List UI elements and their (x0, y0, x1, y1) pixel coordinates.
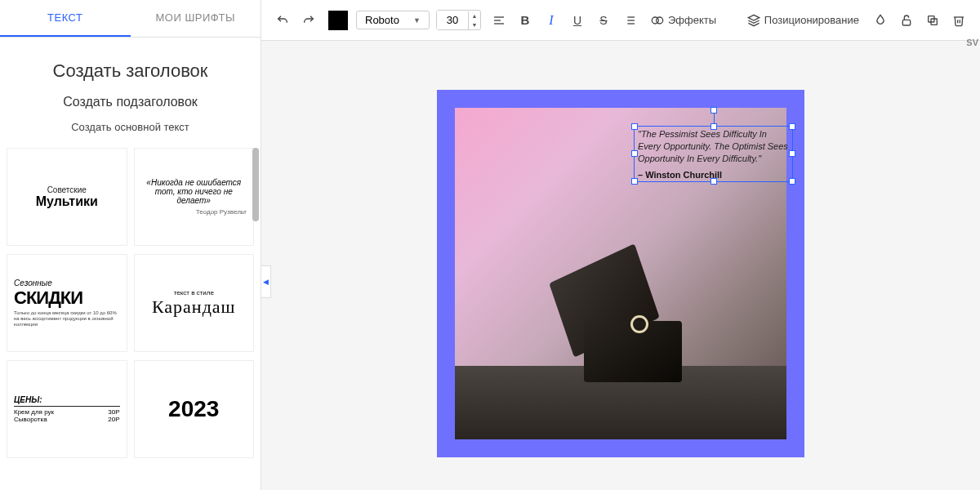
create-heading-button[interactable]: Создать заголовок (8, 60, 252, 82)
toolbar: Roboto ▼ ▲ ▼ B I U S Эффекты (261, 0, 980, 41)
strikethrough-button[interactable]: S (592, 9, 615, 32)
templates-list[interactable]: Советские Мультики «Никогда не ошибается… (0, 148, 261, 490)
font-size-down[interactable]: ▼ (469, 20, 480, 29)
template-text: Мультики (14, 194, 120, 209)
artboard[interactable]: "The Pessimist Sees Difficulty In Every … (437, 90, 804, 457)
underline-button[interactable]: U (566, 9, 589, 32)
template-text: Сезонные (14, 278, 120, 287)
template-card[interactable]: 2023 (134, 360, 255, 458)
svg-marker-11 (748, 15, 759, 20)
create-subheading-button[interactable]: Создать подзаголовок (8, 95, 252, 109)
font-family-value: Roboto (365, 14, 399, 26)
layers-icon (747, 14, 760, 27)
template-text: 20Р (108, 416, 119, 423)
template-text: текст в стиле (141, 289, 247, 296)
template-text: Теодор Рузвельт (141, 208, 247, 216)
resize-handle-ml[interactable] (631, 150, 638, 157)
align-button[interactable] (488, 9, 510, 32)
template-text: ЦЕНЫ: (14, 395, 120, 407)
template-text: Сыворотка (14, 416, 47, 423)
text-create-options: Создать заголовок Создать подзаголовок С… (0, 38, 261, 148)
list-button[interactable] (618, 9, 641, 32)
right-cropped-label: SV (964, 33, 980, 52)
template-text: Крем для рук (14, 408, 54, 416)
tab-my-fonts[interactable]: МОИ ШРИФТЫ (131, 0, 261, 37)
image-ring-box (555, 284, 686, 390)
template-text: «Никогда не ошибается тот, кто ничего не… (141, 178, 247, 205)
resize-handle-bl[interactable] (631, 178, 638, 185)
resize-handle-br[interactable] (789, 178, 795, 185)
resize-handle-bm[interactable] (710, 178, 717, 185)
chevron-down-icon: ▼ (413, 16, 421, 24)
template-text: 2023 (141, 396, 247, 422)
sidebar-tabs: ТЕКСТ МОИ ШРИФТЫ (0, 0, 261, 38)
font-size-control: ▲ ▼ (436, 10, 481, 30)
template-card[interactable]: текст в стиле Карандаш (134, 254, 255, 352)
template-text: Карандаш (141, 296, 247, 318)
positioning-label: Позиционирование (764, 14, 859, 26)
rotation-line (714, 112, 715, 123)
duplicate-button[interactable] (921, 9, 944, 32)
sidebar: ТЕКСТ МОИ ШРИФТЫ Создать заголовок Созда… (0, 0, 261, 490)
main-area: Roboto ▼ ▲ ▼ B I U S Эффекты (261, 0, 980, 490)
template-text: 30Р (108, 408, 119, 416)
lock-button[interactable] (895, 9, 918, 32)
scrollbar-thumb[interactable] (252, 148, 259, 221)
resize-handle-tl[interactable] (631, 123, 638, 130)
template-text: Только до конца месяца скидки от 10 до 6… (14, 310, 120, 328)
resize-handle-tm[interactable] (710, 123, 717, 130)
opacity-button[interactable] (869, 9, 892, 32)
bold-button[interactable]: B (514, 9, 537, 32)
redo-button[interactable] (297, 9, 320, 32)
rotation-handle[interactable] (710, 107, 717, 114)
template-text: Советские (14, 185, 120, 194)
effects-button[interactable]: Эффекты (644, 11, 723, 30)
template-card[interactable]: «Никогда не ошибается тот, кто ничего не… (134, 148, 255, 246)
text-color-swatch[interactable] (328, 11, 348, 30)
undo-button[interactable] (271, 9, 294, 32)
tab-text[interactable]: ТЕКСТ (0, 0, 131, 37)
positioning-button[interactable]: Позиционирование (741, 11, 866, 30)
resize-handle-mr[interactable] (789, 150, 795, 157)
template-card[interactable]: Советские Мультики (7, 148, 127, 246)
svg-point-10 (657, 17, 663, 24)
template-card[interactable]: Сезонные СКИДКИ Только до конца месяца с… (7, 254, 127, 352)
template-card[interactable]: ЦЕНЫ: Крем для рук30Р Сыворотка20Р (7, 360, 127, 458)
scrollbar[interactable] (252, 148, 259, 490)
canvas[interactable]: ◀ "The Pessimist Sees Difficulty In Ever… (261, 41, 980, 490)
effects-label: Эффекты (668, 14, 716, 26)
svg-rect-12 (902, 20, 910, 25)
quote-text[interactable]: "The Pessimist Sees Difficulty In Every … (635, 127, 792, 167)
effects-icon (651, 14, 664, 27)
italic-button[interactable]: I (540, 9, 563, 32)
background-image[interactable]: "The Pessimist Sees Difficulty In Every … (455, 108, 786, 439)
font-size-input[interactable] (437, 11, 468, 29)
delete-button[interactable] (947, 9, 970, 32)
font-size-up[interactable]: ▲ (469, 11, 480, 20)
font-family-select[interactable]: Roboto ▼ (356, 11, 430, 29)
resize-handle-tr[interactable] (789, 123, 795, 130)
template-text: СКИДКИ (14, 287, 120, 309)
collapse-sidebar-button[interactable]: ◀ (261, 265, 271, 298)
create-body-button[interactable]: Создать основной текст (8, 121, 252, 133)
selected-text-element[interactable]: "The Pessimist Sees Difficulty In Every … (634, 126, 793, 182)
